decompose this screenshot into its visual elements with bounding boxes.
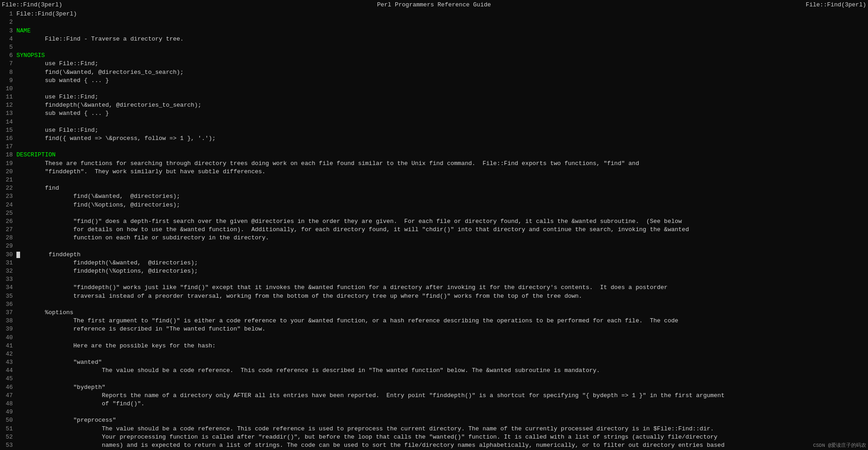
line-number: 35 xyxy=(2,292,16,300)
line-number: 1 xyxy=(2,10,16,18)
line-text: names) and is expected to return a list … xyxy=(16,441,866,450)
line-number: 18 xyxy=(2,151,16,159)
line-number: 14 xyxy=(2,118,16,126)
line-text: find({ wanted => \&process, follow => 1 … xyxy=(16,134,866,143)
line-number: 12 xyxy=(2,101,16,109)
line-text: for details on how to use the &wanted fu… xyxy=(16,226,866,234)
line-number: 28 xyxy=(2,234,16,242)
line-number: 45 xyxy=(2,375,16,383)
line: 15 use File::Find; xyxy=(2,126,866,134)
line-text: These are functions for searching throug… xyxy=(16,160,866,168)
line-number: 38 xyxy=(2,317,16,325)
line-text: traversal instead of a preorder traversa… xyxy=(16,292,866,300)
line: 18DESCRIPTION xyxy=(2,151,866,159)
line: 11 use File::Find; xyxy=(2,93,866,101)
line-text: use File::Find; xyxy=(16,93,866,101)
line-text xyxy=(16,18,866,26)
line-text xyxy=(16,275,866,284)
line-number: 46 xyxy=(2,383,16,392)
main-content: 1File::Find(3perl)23NAME4 File::Find - T… xyxy=(0,10,868,450)
line: 30 finddepth xyxy=(2,251,866,259)
line: 6SYNOPSIS xyxy=(2,52,866,60)
line: 17 xyxy=(2,143,866,151)
line: 42 xyxy=(2,350,866,358)
line: 33 xyxy=(2,275,866,284)
line-text: sub wanted { ... } xyxy=(16,77,866,85)
line-text: "finddepth()" works just like "find()" e… xyxy=(16,284,866,292)
line-text xyxy=(16,143,866,151)
line-number: 50 xyxy=(2,416,16,424)
line: 43 "wanted" xyxy=(2,358,866,367)
line-number: 47 xyxy=(2,392,16,400)
line: 24 find(\%options, @directories); xyxy=(2,201,866,209)
line-text: use File::Find; xyxy=(16,126,866,134)
line-text: find xyxy=(16,184,866,192)
line-number: 2 xyxy=(2,18,16,26)
watermark: CSDN @爱读庄子的码农 xyxy=(811,441,868,450)
line-number: 23 xyxy=(2,192,16,201)
line: 47 Reports the name of a directory only … xyxy=(2,392,866,400)
line-number: 27 xyxy=(2,226,16,234)
line-text xyxy=(16,334,866,342)
line: 8 find(\&wanted, @directories_to_search)… xyxy=(2,68,866,77)
line-text: use File::Find; xyxy=(16,60,866,68)
line-text xyxy=(16,209,866,217)
line-text: Your preprocessing function is called af… xyxy=(16,433,866,441)
line-number: 31 xyxy=(2,259,16,267)
line-text: function on each file or subdirectory in… xyxy=(16,234,866,242)
line: 29 xyxy=(2,242,866,250)
line-text: of "find()". xyxy=(16,400,866,408)
line-text: The first argument to "find()" is either… xyxy=(16,317,866,325)
line: 39 reference is described in "The wanted… xyxy=(2,325,866,333)
line-text: Here are the possible keys for the hash: xyxy=(16,342,866,350)
line-text xyxy=(16,242,866,250)
line: 21 xyxy=(2,176,866,184)
line: 2 xyxy=(2,18,866,26)
line-number: 43 xyxy=(2,358,16,367)
line-text: reference is described in "The wanted fu… xyxy=(16,325,866,333)
line: 44 The value should be a code reference.… xyxy=(2,367,866,375)
header-left: File::Find(3perl) xyxy=(2,1,62,9)
line-number: 39 xyxy=(2,325,16,333)
line-text xyxy=(16,43,866,52)
line-number: 3 xyxy=(2,27,16,35)
line-text xyxy=(16,408,866,416)
line: 13 sub wanted { ... } xyxy=(2,109,866,118)
line: 28 function on each file or subdirectory… xyxy=(2,234,866,242)
line-number: 36 xyxy=(2,300,16,309)
line-number: 19 xyxy=(2,160,16,168)
line-text: %options xyxy=(16,309,866,317)
line-number: 15 xyxy=(2,126,16,134)
line-number: 22 xyxy=(2,184,16,192)
line-text: "preprocess" xyxy=(16,416,866,424)
line: 19 These are functions for searching thr… xyxy=(2,160,866,168)
line-number: 49 xyxy=(2,408,16,416)
line-number: 8 xyxy=(2,68,16,77)
line: 1File::Find(3perl) xyxy=(2,10,866,18)
line-number: 44 xyxy=(2,367,16,375)
line-text: finddepth(\&wanted, @directories); xyxy=(16,259,866,267)
line-text: sub wanted { ... } xyxy=(16,109,866,118)
line-text xyxy=(16,350,866,358)
header-center: Perl Programmers Reference Guide xyxy=(62,1,806,9)
line: 38 The first argument to "find()" is eit… xyxy=(2,317,866,325)
line-text: finddepth(\&wanted, @directories_to_sear… xyxy=(16,101,866,109)
line-text: "bydepth" xyxy=(16,383,866,392)
line-number: 13 xyxy=(2,109,16,118)
line-number: 4 xyxy=(2,35,16,43)
line-text: The value should be a code reference. Th… xyxy=(16,367,866,375)
line-number: 29 xyxy=(2,242,16,250)
line: 7 use File::Find; xyxy=(2,60,866,68)
line: 12 finddepth(\&wanted, @directories_to_s… xyxy=(2,101,866,109)
line-text: find(\&wanted, @directories_to_search); xyxy=(16,68,866,77)
line-text: finddepth xyxy=(16,251,866,259)
line-text: File::Find - Traverse a directory tree. xyxy=(16,35,866,43)
line-number: 33 xyxy=(2,275,16,284)
line-number: 26 xyxy=(2,217,16,226)
text-cursor xyxy=(16,252,20,258)
line-number: 17 xyxy=(2,143,16,151)
line-text xyxy=(16,176,866,184)
line-number: 25 xyxy=(2,209,16,217)
line-number: 11 xyxy=(2,93,16,101)
line: 4 File::Find - Traverse a directory tree… xyxy=(2,35,866,43)
